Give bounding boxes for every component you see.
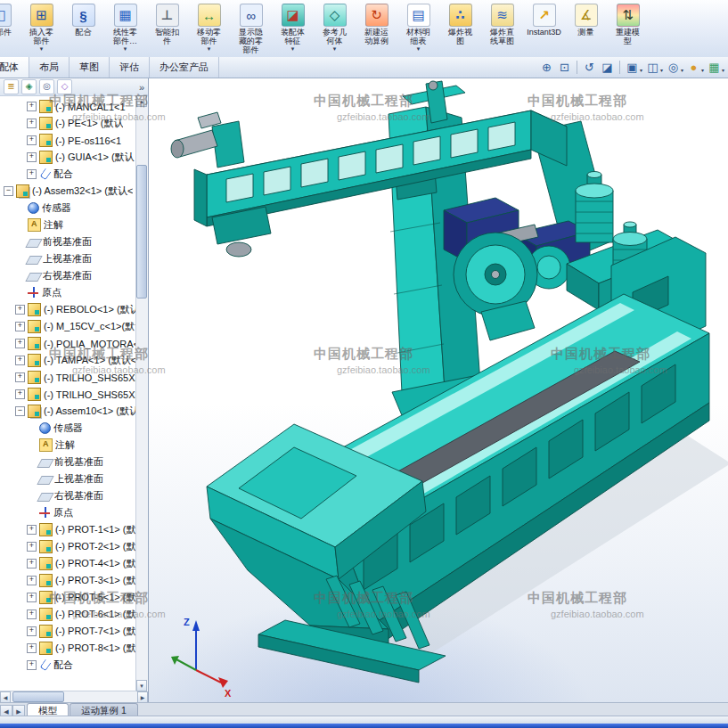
measure-button[interactable]: ∡测量: [565, 2, 607, 38]
tree-item[interactable]: +配合: [0, 166, 136, 183]
tree-item[interactable]: +(-) REBOLO<1> (默认: [0, 301, 136, 318]
expand-icon[interactable]: +: [27, 626, 37, 636]
panel-chevron-icon[interactable]: »: [139, 82, 144, 93]
tree-item[interactable]: +(-) TAMPA<1> (默认<<: [0, 352, 136, 369]
vertical-scrollbar-thumb[interactable]: [136, 165, 147, 299]
expand-icon[interactable]: +: [27, 643, 37, 653]
tree-item[interactable]: +注解: [0, 217, 136, 233]
apply-scene-icon[interactable]: ▦: [706, 60, 723, 76]
tree-item[interactable]: +上视基准面: [0, 250, 136, 267]
expand-icon[interactable]: +: [27, 542, 37, 552]
tree-item[interactable]: +(-) PROT-4<1> (默认: [0, 555, 136, 572]
expand-icon[interactable]: +: [27, 525, 37, 535]
tree-item[interactable]: +(-) POLIA_MOTORA<1> (: [0, 335, 136, 352]
tree-item[interactable]: +(-) TRILHO_SHS65X20: [0, 386, 136, 403]
dropdown-arrow-icon[interactable]: ▼: [290, 46, 296, 52]
dropdown-arrow-icon[interactable]: ▼: [416, 46, 421, 52]
command-tab-3[interactable]: 评估: [110, 57, 150, 78]
exploded-view-button[interactable]: ∴爆炸视图: [439, 2, 481, 47]
dropdown-arrow-icon[interactable]: ▾: [640, 67, 642, 73]
bottom-tab-1[interactable]: 运动算例 1: [70, 703, 138, 716]
dropdown-arrow-icon[interactable]: ▾: [660, 67, 663, 73]
expand-icon[interactable]: +: [27, 152, 37, 162]
tree-item[interactable]: +(-) PE<1> (默认: [0, 115, 136, 132]
tree-item[interactable]: +配合: [0, 657, 136, 674]
expand-icon[interactable]: +: [27, 609, 37, 619]
expand-icon[interactable]: +: [27, 576, 37, 585]
displaymanager-tab-icon[interactable]: ◇: [57, 79, 72, 94]
tree-item[interactable]: +(-) PROT-1<1> (默认: [0, 521, 136, 538]
tree-item[interactable]: +(-) GUIA<1> (默认: [0, 149, 136, 166]
tree-item[interactable]: +传感器: [0, 200, 136, 217]
zoom-area-icon[interactable]: ⊡: [556, 60, 573, 76]
assembly-features-button[interactable]: ◪装配体特征▼: [272, 2, 314, 53]
tree-item[interactable]: +原点: [0, 504, 136, 521]
expand-icon[interactable]: +: [15, 389, 25, 399]
tree-item[interactable]: +右视基准面: [0, 267, 136, 284]
tree-vertical-scrollbar[interactable]: ▲ ▼: [135, 95, 148, 691]
linear-component-pattern-button[interactable]: ▦线性零部件…▼: [104, 2, 146, 53]
tree-item[interactable]: +(-) MANCAL1<1: [0, 98, 136, 115]
insert-component-button[interactable]: ⊞插入零部件▼: [20, 2, 62, 53]
tree-item[interactable]: +注解: [0, 437, 136, 454]
expand-icon[interactable]: +: [27, 559, 37, 568]
display-style-icon[interactable]: ◫: [644, 60, 661, 76]
expand-icon[interactable]: +: [27, 660, 37, 670]
dropdown-arrow-icon[interactable]: ▼: [332, 46, 338, 52]
hide-show-items-icon[interactable]: ◎: [665, 60, 682, 76]
expand-icon[interactable]: +: [15, 339, 25, 348]
horizontal-scrollbar-thumb[interactable]: [12, 691, 64, 702]
reference-geometry-button[interactable]: ◇参考几何体▼: [314, 2, 356, 53]
scroll-up-icon[interactable]: ▲: [136, 95, 147, 107]
dropdown-arrow-icon[interactable]: ▾: [681, 67, 683, 73]
dropdown-arrow-icon[interactable]: ▾: [701, 67, 704, 73]
tree-item[interactable]: +(-) PROT-3<1> (默认: [0, 572, 136, 589]
edit-appearance-icon[interactable]: ●: [685, 60, 702, 76]
expand-icon[interactable]: +: [15, 372, 25, 382]
expand-icon[interactable]: +: [27, 119, 37, 128]
zoom-fit-icon[interactable]: ⊕: [538, 60, 555, 76]
dropdown-arrow-icon[interactable]: ▾: [722, 67, 724, 73]
view-orientation-icon[interactable]: ▣: [624, 60, 641, 76]
command-tab-4[interactable]: 办公室产品: [150, 57, 219, 78]
smart-fasteners-button[interactable]: ⊥智能扣件: [146, 2, 188, 47]
expand-icon[interactable]: +: [15, 305, 25, 315]
dropdown-arrow-icon[interactable]: ▼: [39, 46, 45, 52]
tree-item[interactable]: −(-) Assem10<1> (默认: [0, 403, 136, 420]
propertymanager-tab-icon[interactable]: ◈: [21, 79, 37, 94]
new-motion-study-button[interactable]: ↻新建运动算例: [356, 2, 397, 47]
tree-item[interactable]: +(-) PROT-5<1> (默认: [0, 589, 136, 606]
tree-item[interactable]: +(-) PROT-7<1> (默认: [0, 623, 136, 640]
expand-icon[interactable]: +: [27, 593, 37, 602]
tree-item[interactable]: +(-) PE-os116<1: [0, 132, 136, 149]
tree-item[interactable]: +原点: [0, 284, 136, 301]
expand-icon[interactable]: +: [27, 102, 37, 111]
instant3d-button[interactable]: ↗Instant3D: [523, 2, 565, 38]
expand-icon[interactable]: +: [15, 322, 25, 331]
tree-item[interactable]: +前视基准面: [0, 454, 136, 470]
scroll-down-icon[interactable]: ▼: [136, 680, 147, 691]
explode-line-sketch-button[interactable]: ≋爆炸直线草图: [481, 2, 523, 47]
expand-icon[interactable]: +: [15, 356, 25, 365]
command-tab-1[interactable]: 布局: [29, 57, 70, 78]
expand-icon[interactable]: +: [27, 135, 37, 145]
collapse-icon[interactable]: −: [15, 406, 25, 416]
tree-item[interactable]: +(-) TRILHO_SHS65X20: [0, 369, 136, 386]
bottom-tab-0[interactable]: 模型: [27, 703, 69, 716]
tree-horizontal-scrollbar[interactable]: ◀ ▶: [0, 691, 148, 703]
previous-view-icon[interactable]: ↺: [581, 60, 598, 76]
command-tab-0[interactable]: 配体: [0, 57, 29, 78]
configurationmanager-tab-icon[interactable]: ◎: [39, 79, 54, 94]
tree-item[interactable]: −(-) Assem32<1> (默认<: [0, 183, 136, 200]
mate-button[interactable]: §配合: [62, 2, 104, 38]
show-hidden-components-button[interactable]: ∞显示隐藏的零部件: [230, 2, 272, 56]
tree-item[interactable]: +(-) PROT-2<1> (默认: [0, 538, 136, 555]
featuremanager-tab-icon[interactable]: ≣: [4, 79, 19, 94]
tree-item[interactable]: +(-) M_15CV_c<1>(默认: [0, 318, 136, 335]
tree-item[interactable]: +前视基准面: [0, 233, 136, 250]
expand-icon[interactable]: +: [27, 169, 37, 179]
command-tab-2[interactable]: 草图: [70, 57, 110, 78]
bill-of-materials-button[interactable]: ▤材料明细表▼: [397, 2, 439, 53]
tree-item[interactable]: +传感器: [0, 420, 136, 437]
rebuild-button[interactable]: ⇅重建模型: [607, 2, 649, 47]
